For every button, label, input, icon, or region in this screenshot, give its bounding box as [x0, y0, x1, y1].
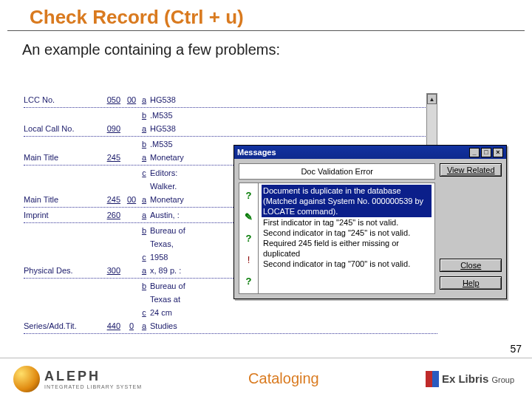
scroll-up-icon[interactable]: ▲: [427, 94, 437, 104]
bang-icon: !: [248, 254, 250, 265]
message-row[interactable]: Second indicator in tag "700" is not val…: [262, 259, 432, 269]
question-icon: ?: [246, 276, 252, 287]
dialog-titlebar[interactable]: Messages _ □ ×: [234, 146, 506, 159]
dialog-header: Doc Validation Error: [239, 163, 435, 180]
aleph-brand-name: ALEPH: [44, 369, 142, 384]
exlibris-logo: Ex Libris Group: [426, 371, 532, 387]
view-related-button[interactable]: View Related: [440, 163, 502, 177]
footer-center: Cataloging: [142, 370, 426, 387]
slide-footer: ALEPH INTEGRATED LIBRARY SYSTEM Catalogi…: [0, 358, 532, 399]
minimize-icon[interactable]: _: [469, 148, 480, 157]
editor-row[interactable]: c24 cm: [24, 306, 437, 319]
question-icon: ?: [246, 190, 252, 201]
dialog-title-text: Messages: [237, 148, 276, 157]
message-row[interactable]: First indicator in tag "245" is not vali…: [262, 217, 432, 228]
message-row[interactable]: Second indicator in tag "245" is not val…: [262, 228, 432, 238]
aleph-brand-sub: INTEGRATED LIBRARY SYSTEM: [44, 384, 142, 389]
close-icon[interactable]: ×: [493, 148, 503, 157]
close-button[interactable]: Close: [440, 259, 502, 272]
editor-row[interactable]: Series/Add.Tit.4400aStudies: [24, 319, 437, 332]
messages-list[interactable]: ?✎?!? Document is duplicate in the datab…: [239, 183, 435, 294]
aleph-orb-icon: [13, 366, 40, 392]
help-button[interactable]: Help: [440, 276, 502, 290]
message-row[interactable]: Document is duplicate in the database (M…: [262, 185, 432, 217]
message-row[interactable]: Required 245 field is either missing or …: [262, 238, 432, 259]
messages-dialog: Messages _ □ × Doc Validation Error ?✎?!…: [233, 145, 507, 299]
editor-row[interactable]: b.M535: [24, 109, 437, 122]
aleph-logo: ALEPH INTEGRATED LIBRARY SYSTEM: [0, 366, 142, 392]
page-number: 57: [510, 343, 522, 355]
editor-row[interactable]: Local Call No.090aHG538: [24, 122, 437, 135]
editor-row[interactable]: LCC No.05000aHG538: [24, 93, 437, 106]
maximize-icon[interactable]: □: [481, 148, 491, 157]
exlibris-icon: [426, 371, 439, 387]
question-icon: ?: [246, 233, 252, 244]
slide-title: Check Record (Ctrl + u): [7, 0, 525, 31]
slide-subtitle: An example containing a few problems:: [0, 31, 532, 66]
edit-icon: ✎: [245, 211, 253, 222]
